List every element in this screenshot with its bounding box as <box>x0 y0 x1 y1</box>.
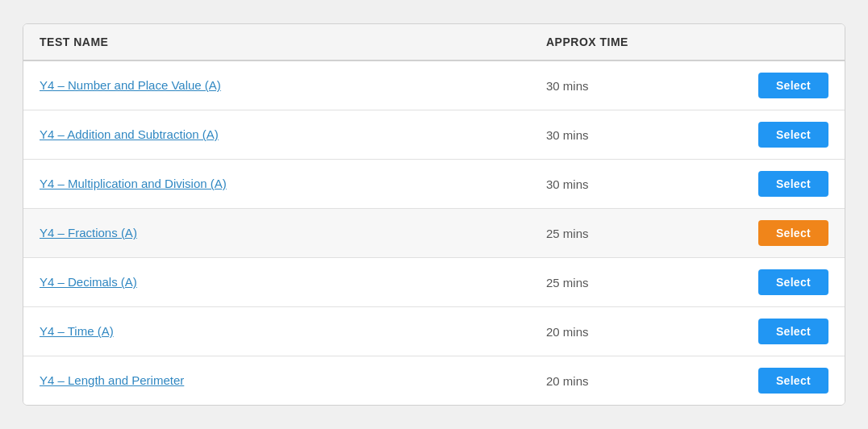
action-cell: Select <box>724 319 828 344</box>
approx-time-cell: 30 mins <box>546 177 724 191</box>
header-approx-time: APPROX TIME <box>546 35 724 48</box>
approx-time-cell: 30 mins <box>546 79 724 93</box>
approx-time-cell: 20 mins <box>546 374 724 388</box>
select-button[interactable]: Select <box>758 171 828 197</box>
test-name-link[interactable]: Y4 – Fractions (A) <box>40 226 137 239</box>
test-name-cell: Y4 – Decimals (A) <box>40 275 546 289</box>
action-cell: Select <box>724 73 828 98</box>
test-name-link[interactable]: Y4 – Multiplication and Division (A) <box>40 177 227 190</box>
approx-time-cell: 20 mins <box>546 325 724 339</box>
action-cell: Select <box>724 269 828 295</box>
test-name-link[interactable]: Y4 – Decimals (A) <box>40 275 137 289</box>
select-button[interactable]: Select <box>758 122 828 148</box>
tests-table: TEST NAME APPROX TIME Y4 – Number and Pl… <box>23 23 845 406</box>
table-body: Y4 – Number and Place Value (A)30 minsSe… <box>23 61 845 405</box>
table-header: TEST NAME APPROX TIME <box>23 24 845 61</box>
table-row: Y4 – Addition and Subtraction (A)30 mins… <box>23 110 845 160</box>
select-button[interactable]: Select <box>758 220 828 246</box>
approx-time-cell: 25 mins <box>546 276 724 289</box>
test-name-link[interactable]: Y4 – Time (A) <box>40 324 114 338</box>
table-row: Y4 – Time (A)20 minsSelect <box>23 307 845 356</box>
test-name-cell: Y4 – Time (A) <box>40 324 546 339</box>
table-row: Y4 – Decimals (A)25 minsSelect <box>23 258 845 307</box>
action-cell: Select <box>724 171 828 197</box>
test-name-cell: Y4 – Addition and Subtraction (A) <box>40 127 546 142</box>
test-name-cell: Y4 – Length and Perimeter <box>40 373 546 388</box>
table-row: Y4 – Number and Place Value (A)30 minsSe… <box>23 61 845 110</box>
test-name-cell: Y4 – Fractions (A) <box>40 226 546 240</box>
test-name-cell: Y4 – Multiplication and Division (A) <box>40 177 546 191</box>
select-button[interactable]: Select <box>758 269 828 295</box>
approx-time-cell: 30 mins <box>546 128 724 142</box>
header-test-name: TEST NAME <box>40 35 546 48</box>
select-button[interactable]: Select <box>758 319 828 344</box>
table-row: Y4 – Length and Perimeter20 minsSelect <box>23 356 845 405</box>
action-cell: Select <box>724 220 828 246</box>
test-name-link[interactable]: Y4 – Addition and Subtraction (A) <box>40 127 219 141</box>
table-row: Y4 – Fractions (A)25 minsSelect <box>23 209 845 258</box>
table-row: Y4 – Multiplication and Division (A)30 m… <box>23 160 845 209</box>
select-button[interactable]: Select <box>758 73 828 98</box>
test-name-link[interactable]: Y4 – Number and Place Value (A) <box>40 78 221 92</box>
approx-time-cell: 25 mins <box>546 227 724 240</box>
action-cell: Select <box>724 368 828 394</box>
action-cell: Select <box>724 122 828 148</box>
test-name-cell: Y4 – Number and Place Value (A) <box>40 78 546 93</box>
select-button[interactable]: Select <box>758 368 828 394</box>
test-name-link[interactable]: Y4 – Length and Perimeter <box>40 373 184 387</box>
